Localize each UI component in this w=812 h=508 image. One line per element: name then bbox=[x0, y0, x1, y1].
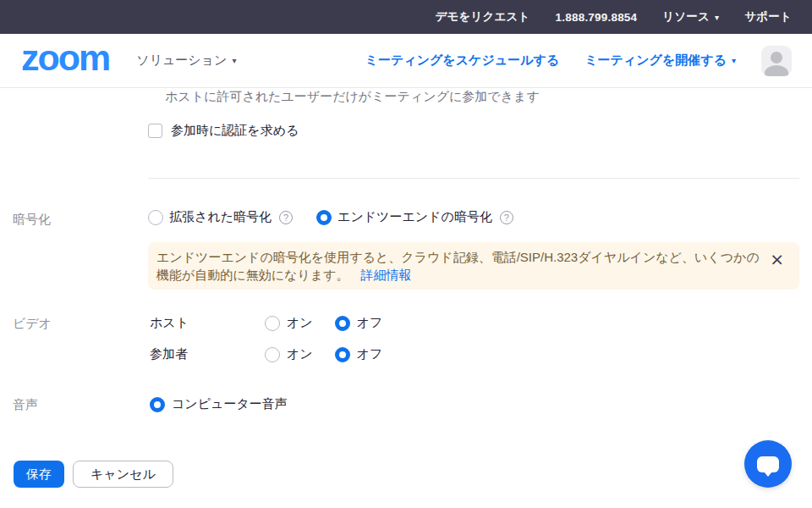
chevron-down-icon: ▾ bbox=[732, 56, 736, 65]
video-section-label: ビデオ bbox=[13, 316, 52, 332]
avatar-person-icon bbox=[771, 52, 782, 64]
chevron-down-icon: ▾ bbox=[232, 56, 236, 65]
phone-number[interactable]: 1.888.799.8854 bbox=[556, 11, 638, 24]
meeting-settings-form: ホストに許可されたユーザーだけがミーティングに参加できます 参加時に認証を求める… bbox=[0, 88, 812, 508]
radio-selected[interactable] bbox=[150, 397, 165, 412]
help-question-icon[interactable]: ? bbox=[500, 211, 513, 224]
avatar-person-icon bbox=[765, 65, 788, 76]
video-participant-label: 参加者 bbox=[150, 346, 265, 362]
zoom-logo[interactable]: zoom bbox=[21, 40, 109, 81]
encryption-options: 拡張された暗号化 ? エンドツーエンドの暗号化 ? bbox=[148, 209, 513, 225]
require-auth-label: 参加時に認証を求める bbox=[171, 123, 299, 139]
help-question-icon[interactable]: ? bbox=[279, 211, 293, 224]
section-divider bbox=[148, 178, 799, 179]
computer-audio-option[interactable]: コンピューター音声 bbox=[150, 396, 288, 412]
radio-unselected[interactable] bbox=[265, 347, 280, 362]
top-utility-bar: デモをリクエスト 1.888.799.8854 リソース ▾ サポート bbox=[0, 0, 812, 34]
radio-unselected[interactable] bbox=[148, 210, 163, 225]
resources-menu[interactable]: リソース ▾ bbox=[662, 9, 719, 25]
e2e-encryption-label: エンドツーエンドの暗号化 bbox=[337, 209, 492, 225]
form-actions: 保存 キャンセル bbox=[14, 461, 173, 488]
video-participant-on-option[interactable]: オン bbox=[265, 346, 313, 362]
encryption-section-label: 暗号化 bbox=[13, 212, 51, 228]
on-label: オン bbox=[287, 346, 313, 362]
off-label: オフ bbox=[357, 346, 383, 362]
radio-selected[interactable] bbox=[335, 316, 350, 331]
computer-audio-label: コンピューター音声 bbox=[172, 396, 288, 412]
video-participant-off-option[interactable]: オフ bbox=[335, 346, 383, 362]
on-label: オン bbox=[287, 315, 313, 331]
chat-support-fab[interactable] bbox=[744, 440, 792, 488]
profile-avatar[interactable] bbox=[761, 46, 792, 76]
radio-selected[interactable] bbox=[335, 347, 350, 362]
chat-bubble-icon bbox=[757, 456, 779, 472]
main-header: zoom ソリューション ▾ ミーティングをスケジュールする ミーティングを開催… bbox=[0, 34, 812, 88]
video-host-row: ホスト オン オフ bbox=[150, 315, 382, 331]
host-meeting-label: ミーティングを開催する bbox=[584, 52, 727, 69]
solutions-menu[interactable]: ソリューション ▾ bbox=[136, 52, 236, 69]
close-icon[interactable]: × bbox=[770, 251, 784, 268]
e2e-warning-text: エンドツーエンドの暗号化を使用すると、クラウド記録、電話/SIP/H.323ダイ… bbox=[156, 250, 760, 282]
video-host-on-option[interactable]: オン bbox=[265, 315, 313, 331]
audio-section-label: 音声 bbox=[13, 397, 38, 413]
off-label: オフ bbox=[357, 315, 383, 331]
learn-more-link[interactable]: 詳細情報 bbox=[360, 268, 411, 282]
cancel-button[interactable]: キャンセル bbox=[73, 461, 173, 488]
solutions-label: ソリューション bbox=[136, 52, 227, 69]
video-host-off-option[interactable]: オフ bbox=[335, 315, 383, 331]
header-right: ミーティングをスケジュールする ミーティングを開催する ▾ bbox=[365, 46, 792, 76]
require-auth-row[interactable]: 参加時に認証を求める bbox=[148, 123, 299, 139]
support-link[interactable]: サポート bbox=[744, 9, 792, 25]
require-auth-checkbox[interactable] bbox=[148, 124, 162, 138]
radio-unselected[interactable] bbox=[265, 316, 280, 331]
host-meeting-menu[interactable]: ミーティングを開催する ▾ bbox=[584, 52, 736, 69]
security-helper-text: ホストに許可されたユーザーだけがミーティングに参加できます bbox=[165, 89, 540, 105]
enhanced-encryption-label: 拡張された暗号化 bbox=[169, 209, 272, 225]
zoom-settings-page: デモをリクエスト 1.888.799.8854 リソース ▾ サポート zoom… bbox=[0, 0, 812, 508]
radio-selected[interactable] bbox=[316, 210, 332, 225]
e2e-encryption-option[interactable]: エンドツーエンドの暗号化 ? bbox=[316, 209, 513, 225]
e2e-warning-banner: エンドツーエンドの暗号化を使用すると、クラウド記録、電話/SIP/H.323ダイ… bbox=[148, 242, 799, 290]
video-host-label: ホスト bbox=[150, 315, 265, 331]
save-button[interactable]: 保存 bbox=[14, 461, 64, 488]
schedule-meeting-link[interactable]: ミーティングをスケジュールする bbox=[365, 52, 560, 69]
video-participant-row: 参加者 オン オフ bbox=[150, 346, 382, 362]
request-demo-link[interactable]: デモをリクエスト bbox=[435, 9, 529, 25]
chevron-down-icon: ▾ bbox=[715, 13, 719, 22]
resources-label: リソース bbox=[662, 9, 710, 25]
enhanced-encryption-option[interactable]: 拡張された暗号化 ? bbox=[148, 209, 293, 225]
